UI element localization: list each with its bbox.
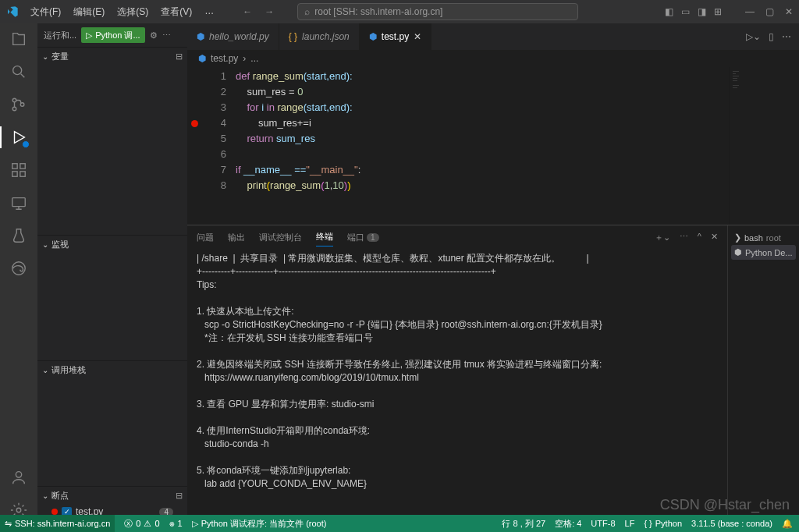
status-indent[interactable]: 空格: 4 <box>555 518 581 530</box>
nav-back-icon[interactable]: ← <box>243 6 252 17</box>
status-language[interactable]: { }Python <box>644 519 682 528</box>
new-terminal-icon[interactable]: ＋⌄ <box>655 232 670 243</box>
editor-group: ⬢hello_world.py { }launch.json ⬢test.py✕… <box>187 23 799 520</box>
status-problems[interactable]: ⓧ0⚠0 <box>124 518 159 530</box>
tab-test-py[interactable]: ⬢test.py✕ <box>360 23 431 50</box>
section-breakpoints[interactable]: ⌄断点⊟ <box>37 487 187 504</box>
search-icon: ⌕ <box>304 6 310 17</box>
vscode-logo-icon <box>6 5 19 18</box>
panel-tab-debug-console[interactable]: 调试控制台 <box>259 229 302 246</box>
json-file-icon: { } <box>289 31 297 42</box>
layout-sidebar-icon[interactable]: ◨ <box>698 6 706 17</box>
minimap[interactable]: ▬▬▬▬▬▬▬▬▬▬▬▬▬▬▬▬▬▬▬▬▬▬▬ <box>729 67 799 225</box>
menu-bar: 文件(F) 编辑(E) 选择(S) 查看(V) … <box>25 2 219 22</box>
remote-explorer-icon[interactable] <box>9 193 28 212</box>
search-icon[interactable] <box>9 62 28 81</box>
svg-rect-5 <box>12 172 17 176</box>
debug-icon: ▷ <box>192 519 198 529</box>
terminal-item-python[interactable]: ⬢Python De... <box>731 245 796 260</box>
tab-label: test.py <box>382 31 409 42</box>
panel-tab-terminal[interactable]: 终端 <box>316 228 333 246</box>
section-variables[interactable]: ⌄变量⊟ <box>37 48 187 65</box>
menu-select[interactable]: 选择(S) <box>112 2 154 22</box>
testing-icon[interactable] <box>9 226 28 245</box>
panel-tab-ports[interactable]: 端口1 <box>347 229 379 246</box>
section-label: 变量 <box>51 51 69 62</box>
menu-edit[interactable]: 编辑(E) <box>68 2 110 22</box>
svg-point-3 <box>20 103 24 107</box>
source-control-icon[interactable] <box>9 95 28 114</box>
terminal-content[interactable]: | /share | 共享目录 | 常用微调数据集、模型仓库、教程、xtuner… <box>187 249 727 520</box>
debug-sidebar: 运行和... ▷Python 调... ⚙ ⋯ ⌄变量⊟ ⌄监视 ⌄调用堆栈 ⌄… <box>37 23 187 520</box>
warning-icon: ⚠ <box>144 519 151 529</box>
tab-launch-json[interactable]: { }launch.json <box>279 23 360 50</box>
layout-grid-icon[interactable]: ⊞ <box>714 6 722 17</box>
section-watch[interactable]: ⌄监视 <box>37 236 187 253</box>
section-label: 断点 <box>51 490 69 502</box>
code-editor[interactable]: 12345678 def range_sum(start,end): sum_r… <box>187 67 799 225</box>
edge-icon[interactable] <box>9 259 28 278</box>
start-debug-button[interactable]: ▷Python 调... <box>81 27 144 43</box>
status-eol[interactable]: LF <box>625 519 635 528</box>
editor-more-icon[interactable]: ⋯ <box>782 31 791 42</box>
explorer-icon[interactable] <box>9 30 28 48</box>
error-icon: ⓧ <box>124 518 133 530</box>
window-minimize-icon[interactable]: — <box>745 6 755 17</box>
window-maximize-icon[interactable]: ▢ <box>765 6 774 17</box>
remote-icon: ⇋ <box>5 519 12 529</box>
chevron-down-icon: ⌄ <box>42 240 48 249</box>
code-content[interactable]: def range_sum(start,end): sum_res = 0 fo… <box>236 67 729 225</box>
window-close-icon[interactable]: ✕ <box>785 6 793 17</box>
glyph-margin[interactable] <box>187 67 201 225</box>
run-file-icon[interactable]: ▷⌄ <box>746 31 761 42</box>
status-bar: ⇋SSH: ssh.intern-ai.org.cn ⓧ0⚠0 ⎈1 ▷Pyth… <box>0 515 799 532</box>
command-center-text: root [SSH: ssh.intern-ai.org.cn] <box>314 6 442 17</box>
debug-config-name: Python 调... <box>95 30 140 41</box>
bp-toolbar-icon[interactable]: ⊟ <box>176 491 183 501</box>
line-numbers: 12345678 <box>201 67 236 225</box>
svg-point-2 <box>12 107 16 111</box>
status-python-version[interactable]: 3.11.5 (base : conda) <box>691 519 772 528</box>
panel-maximize-icon[interactable]: ^ <box>698 232 701 243</box>
bottom-panel: 问题 输出 调试控制台 终端 端口1 ＋⌄ ⋯ ^ ✕ | /share | 共… <box>187 225 799 520</box>
status-remote[interactable]: ⇋SSH: ssh.intern-ai.org.cn <box>0 515 115 532</box>
split-editor-icon[interactable]: ▯ <box>769 31 774 42</box>
chevron-down-icon: ⌄ <box>42 366 48 374</box>
nav-forward-icon[interactable]: → <box>265 6 274 17</box>
status-cursor[interactable]: 行 8 , 列 27 <box>502 518 545 530</box>
port-icon: ⎈ <box>169 519 175 528</box>
editor-tabs: ⬢hello_world.py { }launch.json ⬢test.py✕… <box>187 23 799 50</box>
panel-tab-output[interactable]: 输出 <box>228 229 245 246</box>
account-icon[interactable] <box>9 468 28 487</box>
terminal-item-bash[interactable]: ❯bash root <box>731 230 796 245</box>
close-icon[interactable]: ✕ <box>414 31 421 42</box>
extensions-icon[interactable] <box>9 161 28 179</box>
layout-primary-icon[interactable]: ◧ <box>665 6 673 17</box>
layout-panel-icon[interactable]: ▭ <box>681 6 690 17</box>
panel-more-icon[interactable]: ⋯ <box>680 232 688 243</box>
panel-close-icon[interactable]: ✕ <box>711 232 718 243</box>
run-config-label: 运行和... <box>44 30 76 41</box>
debug-more-icon[interactable]: ⋯ <box>162 30 171 41</box>
svg-rect-4 <box>12 164 17 168</box>
command-center[interactable]: ⌕ root [SSH: ssh.intern-ai.org.cn] <box>297 3 578 20</box>
collapse-icon[interactable]: ⊟ <box>176 51 183 62</box>
status-debug-config[interactable]: ▷Python 调试程序: 当前文件 (root) <box>192 518 327 530</box>
ports-count-badge: 1 <box>367 233 379 242</box>
section-callstack[interactable]: ⌄调用堆栈 <box>37 361 187 378</box>
menu-more[interactable]: … <box>199 2 219 22</box>
panel-tab-problems[interactable]: 问题 <box>197 229 214 246</box>
status-notifications-icon[interactable]: 🔔 <box>782 519 793 529</box>
tab-label: launch.json <box>302 31 350 42</box>
run-debug-icon[interactable] <box>9 128 28 147</box>
terminal-debug-icon: ⬢ <box>734 247 742 257</box>
status-ports[interactable]: ⎈1 <box>169 519 183 528</box>
status-encoding[interactable]: UTF-8 <box>591 519 615 528</box>
tab-hello-world[interactable]: ⬢hello_world.py <box>187 23 279 50</box>
debug-config-gear-icon[interactable]: ⚙ <box>150 30 158 41</box>
breadcrumb[interactable]: ⬢ test.py › ... <box>187 50 799 67</box>
menu-file[interactable]: 文件(F) <box>25 2 66 22</box>
python-file-icon: ⬢ <box>369 31 377 42</box>
menu-view[interactable]: 查看(V) <box>155 2 197 22</box>
breakpoint-glyph-icon[interactable] <box>191 120 198 127</box>
